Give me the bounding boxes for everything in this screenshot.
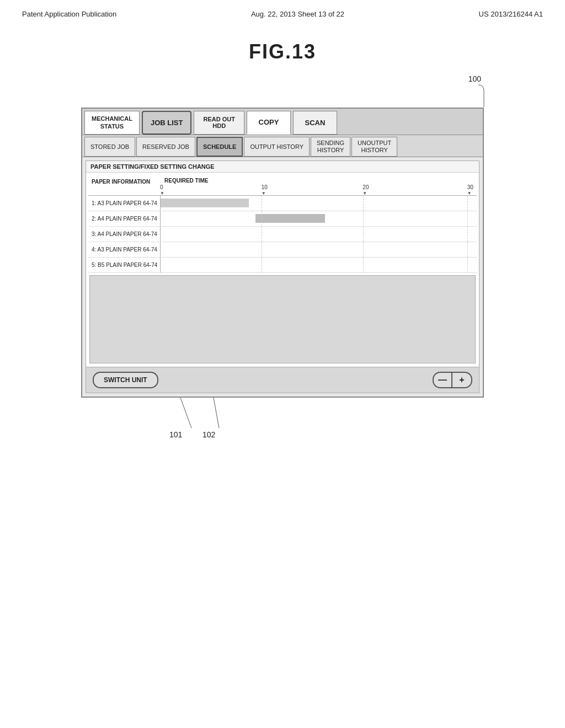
grid-line-10 [262, 196, 262, 211]
tab-stored-job[interactable]: STORED JOB [84, 137, 135, 157]
required-time-label: REQUIRED TIME [164, 178, 208, 184]
row4-label: 4: A3 PLAIN PAPER 64-74 [88, 247, 160, 253]
second-tab-bar: STORED JOB RESERVED JOB SCHEDULE OUTPUT … [82, 135, 483, 157]
diagram-container: 100 MECHANICAL STATUS JOB LIST READ OUT … [73, 74, 492, 442]
tab-copy[interactable]: COPY [247, 111, 291, 135]
svg-line-1 [214, 398, 219, 428]
tab-job-list[interactable]: JOB LIST [142, 111, 192, 135]
row2-label: 2: A4 PLAIN PAPER 64-74 [88, 216, 160, 222]
ref-numbers-bottom: 101 102 [81, 398, 484, 442]
top-tab-bar: MECHANICAL STATUS JOB LIST READ OUT HDD … [82, 109, 483, 135]
gantt-rows: 1: A3 PLAIN PAPER 64-74 2: A4 PLAIN PAPE… [88, 196, 477, 273]
ref-102-label: 102 [202, 430, 215, 439]
ref-100-bracket [454, 82, 487, 110]
bottom-controls: SWITCH UNIT — + [86, 367, 479, 393]
row5-chart [160, 258, 477, 272]
row4-chart [160, 242, 477, 257]
tab-unoutput-history[interactable]: UNOUTPUT HISTORY [351, 137, 397, 157]
lower-content-area [89, 275, 476, 363]
page-header: Patent Application Publication Aug. 22, … [0, 0, 565, 24]
figure-title: FIG.13 [0, 40, 565, 63]
tab-sending-history[interactable]: SENDING HISTORY [311, 137, 350, 157]
switch-unit-button[interactable]: SWITCH UNIT [93, 372, 158, 388]
grid-line-30-r2 [467, 211, 468, 226]
tab-reserved-job[interactable]: RESERVED JOB [136, 137, 195, 157]
tab-schedule[interactable]: SCHEDULE [196, 137, 243, 157]
table-row: 4: A3 PLAIN PAPER 64-74 [88, 242, 477, 258]
ref-lines-svg [81, 398, 484, 442]
row2-bar [255, 214, 325, 223]
tab-mechanical-status[interactable]: MECHANICAL STATUS [84, 111, 140, 135]
ui-panel: MECHANICAL STATUS JOB LIST READ OUT HDD … [81, 108, 484, 398]
time-marker-10: 10 [262, 184, 268, 190]
schedule-area: PAPER INFORMATION REQUIRED TIME 0 10 20 [86, 173, 479, 275]
grid-line-20 [363, 196, 364, 211]
time-marker-30: 30 [467, 184, 473, 190]
tab-output-history[interactable]: OUTPUT HISTORY [244, 137, 310, 157]
grid-line-10-r2 [262, 211, 262, 226]
header-center: Aug. 22, 2013 Sheet 13 of 22 [251, 10, 344, 18]
row1-bar [161, 199, 249, 207]
header-left: Patent Application Publication [22, 10, 116, 18]
row3-chart [160, 227, 477, 242]
table-row: 1: A3 PLAIN PAPER 64-74 [88, 196, 477, 211]
plus-button[interactable]: + [452, 372, 472, 388]
row1-label: 1: A3 PLAIN PAPER 64-74 [88, 200, 160, 206]
minus-plus-group: — + [433, 372, 472, 388]
grid-line-20-r2 [363, 211, 364, 226]
paper-info-label: PAPER INFORMATION [88, 179, 160, 185]
table-row: 5: B5 PLAIN PAPER 64-74 [88, 258, 477, 273]
content-area: PAPER SETTING/FIXED SETTING CHANGE PAPER… [86, 160, 479, 393]
ref-101-label: 101 [169, 430, 182, 439]
table-row: 2: A4 PLAIN PAPER 64-74 [88, 211, 477, 227]
tab-read-out-hdd[interactable]: READ OUT HDD [194, 111, 244, 135]
tab-scan[interactable]: SCAN [293, 111, 337, 135]
grid-line-30 [467, 196, 468, 211]
content-header: PAPER SETTING/FIXED SETTING CHANGE [86, 161, 479, 173]
time-marker-20: 20 [363, 184, 369, 190]
row3-label: 3: A4 PLAIN PAPER 64-74 [88, 231, 160, 237]
table-row: 3: A4 PLAIN PAPER 64-74 [88, 227, 477, 242]
row5-label: 5: B5 PLAIN PAPER 64-74 [88, 262, 160, 268]
minus-button[interactable]: — [433, 372, 452, 388]
svg-line-0 [180, 398, 191, 428]
row2-chart [160, 211, 477, 226]
header-right: US 2013/216244 A1 [479, 10, 543, 18]
time-marker-0: 0 [160, 184, 163, 190]
row1-chart [160, 196, 477, 211]
